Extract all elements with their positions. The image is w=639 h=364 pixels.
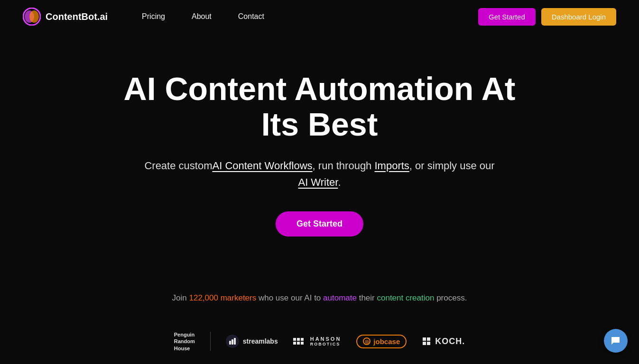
- svg-rect-4: [232, 339, 233, 345]
- svg-rect-6: [423, 337, 426, 341]
- jobcase-label: jobcase: [373, 337, 400, 346]
- hero-title: AI Content Automation At Its Best: [106, 71, 533, 142]
- logo-divider-1: [210, 332, 211, 351]
- social-proof-automate: automate: [323, 293, 357, 302]
- svg-rect-9: [427, 342, 430, 345]
- svg-rect-8: [423, 342, 426, 345]
- social-proof-their: their: [357, 293, 377, 302]
- hero-subtitle-text1: Create custom: [144, 160, 212, 172]
- hero-subtitle-text2: , run through: [313, 160, 375, 172]
- hero-link-imports[interactable]: Imports: [374, 160, 409, 172]
- svg-rect-5: [234, 338, 236, 345]
- chat-bubble[interactable]: [604, 329, 628, 353]
- nav-links: Pricing About Contact: [142, 12, 264, 21]
- nav-right: Get Started Dashboard Login: [478, 8, 616, 26]
- get-started-nav-button[interactable]: Get Started: [478, 8, 536, 26]
- hero-subtitle-text3: , or simply use our: [409, 160, 495, 172]
- logo-icon: [23, 8, 41, 26]
- nav-link-pricing[interactable]: Pricing: [142, 12, 165, 21]
- social-proof-number: 122,000 marketers: [189, 293, 256, 302]
- logo-penguin: Penguin Random House: [174, 331, 195, 352]
- navbar: ContentBot.ai Pricing About Contact Get …: [0, 0, 639, 33]
- hero-subtitle-text4: .: [338, 176, 341, 188]
- svg-point-2: [29, 10, 39, 23]
- social-proof-section: Join 122,000 marketers who use our AI to…: [0, 265, 639, 317]
- streamlabs-icon: [226, 335, 239, 348]
- social-proof-middle: who use our AI to: [256, 293, 323, 302]
- nav-link-about[interactable]: About: [192, 12, 212, 21]
- logo-text: ContentBot.ai: [46, 11, 108, 22]
- svg-rect-3: [229, 341, 231, 345]
- jobcase-icon: ◎: [363, 337, 370, 345]
- nav-link-contact[interactable]: Contact: [238, 12, 264, 21]
- logo-jobcase: ◎ jobcase: [356, 335, 407, 348]
- social-proof-text: Join 122,000 marketers who use our AI to…: [9, 293, 630, 303]
- logo-hanson: HANSON ROBOTICS: [293, 336, 342, 346]
- jobcase-badge: ◎ jobcase: [356, 335, 407, 348]
- streamlabs-label: streamlabs: [243, 337, 278, 345]
- logo[interactable]: ContentBot.ai: [23, 8, 108, 26]
- hero-subtitle: Create customAI Content Workflows, run t…: [139, 157, 500, 191]
- logo-streamlabs: streamlabs: [226, 335, 278, 348]
- hanson-grid-icon: [293, 338, 304, 345]
- penguin-logo-text: Penguin Random House: [174, 331, 195, 352]
- nav-left: ContentBot.ai Pricing About Contact: [23, 8, 264, 26]
- koch-icon: [422, 337, 431, 346]
- social-proof-end: process.: [434, 293, 467, 302]
- streamlabs-svg: [228, 337, 237, 346]
- social-proof-creation: content creation: [377, 293, 434, 302]
- chat-icon: [610, 335, 621, 346]
- hero-link-workflows[interactable]: AI Content Workflows: [212, 160, 312, 172]
- social-proof-before: Join: [172, 293, 189, 302]
- hero-section: AI Content Automation At Its Best Create…: [0, 33, 639, 265]
- dashboard-login-button[interactable]: Dashboard Login: [541, 8, 616, 26]
- koch-logo-text: KOCH.: [422, 337, 465, 346]
- logos-section: Penguin Random House streamlabs HANSON R…: [0, 317, 639, 364]
- hanson-logo-text: HANSON ROBOTICS: [310, 336, 342, 346]
- logo-koch: KOCH.: [422, 337, 465, 346]
- hero-link-writer[interactable]: AI Writer: [298, 176, 338, 188]
- get-started-hero-button[interactable]: Get Started: [276, 211, 363, 237]
- svg-rect-7: [427, 337, 430, 341]
